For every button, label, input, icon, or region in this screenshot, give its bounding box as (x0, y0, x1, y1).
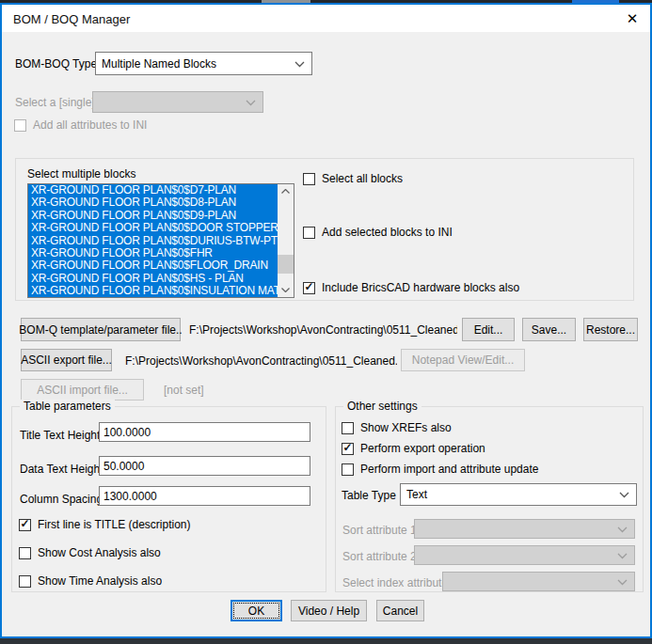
table-type-select[interactable]: Text (400, 483, 637, 506)
background-app-strip-bottom (0, 638, 652, 644)
blocks-list: XR-GROUND FLOOR PLAN$0$D7-PLAN XR-GROUND… (28, 184, 278, 297)
ascii-import-file-button: ASCII import file... (21, 379, 144, 401)
chevron-down-icon (619, 488, 629, 501)
import-file-status: [not set] (164, 384, 204, 397)
chevron-down-icon (617, 549, 628, 562)
bom-boq-type-label: BOM-BOQ Type (15, 57, 97, 71)
data-text-height-label: Data Text Height (20, 463, 103, 476)
select-all-blocks-row: Select all blocks (303, 172, 403, 185)
sort-attribute-1-select (414, 519, 635, 539)
perform-export-row: ✓ Perform export operation (342, 442, 485, 455)
select-index-attribute-select (442, 572, 635, 591)
select-all-blocks-checkbox[interactable] (303, 173, 315, 185)
scroll-up-icon[interactable] (278, 184, 294, 198)
title-text-height-input[interactable] (99, 422, 310, 442)
bom-boq-type-value: Multiple Named Blocks (102, 57, 216, 71)
first-line-title-checkbox[interactable]: ✓ (19, 519, 31, 531)
table-type-label: Table Type (342, 489, 396, 502)
video-help-button[interactable]: Video / Help (291, 600, 367, 621)
add-all-attributes-row: Add all attributes to INI (14, 118, 147, 132)
show-xrefs-row: Show XREFs also (342, 421, 452, 434)
list-item[interactable]: XR-GROUND FLOOR PLAN$0$DOOR STOPPER_TOP (28, 222, 278, 234)
scrollbar-thumb[interactable] (278, 255, 294, 274)
bomq-template-file-button[interactable]: BOM-Q template/parameter file.. (21, 318, 181, 341)
table-parameters-title: Table parameters (20, 400, 115, 413)
include-hardware-blocks-label: Include BricsCAD hardware blocks also (322, 281, 519, 294)
show-xrefs-label: Show XREFs also (360, 421, 452, 434)
list-item[interactable]: XR-GROUND FLOOR PLAN$0$FLOOR_DRAIN (28, 259, 278, 272)
include-hardware-blocks-row: ✓ Include BricsCAD hardware blocks also (303, 281, 519, 294)
close-icon[interactable]: ✕ (622, 9, 643, 28)
ascii-export-file-button[interactable]: ASCII export file... (21, 349, 112, 371)
other-settings-title: Other settings (343, 400, 421, 413)
save-button[interactable]: Save... (522, 318, 576, 341)
bom-boq-type-select[interactable]: Multiple Named Blocks (95, 52, 312, 75)
check-icon: ✓ (20, 518, 29, 529)
dialog-title: BOM / BOQ Manager (13, 12, 130, 26)
ok-button[interactable]: OK (231, 600, 282, 621)
list-item[interactable]: XR-GROUND FLOOR PLAN$0$DURIUS-BTW-PT (28, 235, 278, 247)
list-item[interactable]: XR-GROUND FLOOR PLAN$0$INSULATION MATERI… (28, 285, 278, 297)
cancel-button[interactable]: Cancel (376, 600, 424, 621)
check-icon: ✓ (304, 281, 313, 292)
chevron-down-icon (294, 57, 305, 71)
sort-attribute-2-label: Sort attribute 2 (342, 550, 417, 563)
perform-import-checkbox[interactable] (342, 463, 354, 476)
first-line-title-row: ✓ First line is TITLE (description) (19, 518, 191, 531)
show-time-analysis-label: Show Time Analysis also (38, 574, 162, 588)
select-multiple-blocks-label: Select multiple blocks (27, 167, 135, 181)
blocks-listbox[interactable]: XR-GROUND FLOOR PLAN$0$D7-PLAN XR-GROUND… (27, 183, 294, 298)
list-scrollbar[interactable] (278, 184, 294, 297)
list-item[interactable]: XR-GROUND FLOOR PLAN$0$D9-PLAN (28, 210, 278, 222)
chevron-down-icon (617, 575, 628, 589)
data-text-height-input[interactable] (99, 456, 310, 476)
perform-export-checkbox[interactable]: ✓ (342, 443, 354, 455)
add-selected-blocks-row: Add selected blocks to INI (303, 226, 453, 239)
notepad-view-edit-button: Notepad View/Edit... (401, 349, 525, 371)
list-item[interactable]: XR-GROUND FLOOR PLAN$0$HS - PLAN (28, 273, 278, 285)
export-file-path: F:\Projects\Workshop\AvonContracting\051… (125, 354, 397, 368)
chevron-down-icon (617, 523, 628, 536)
add-selected-blocks-checkbox[interactable] (303, 227, 315, 239)
restore-button[interactable]: Restore... (583, 318, 638, 341)
show-cost-analysis-label: Show Cost Analysis also (38, 546, 161, 559)
show-cost-analysis-checkbox[interactable] (19, 547, 31, 559)
first-line-title-label: First line is TITLE (description) (38, 518, 191, 531)
title-text-height-label: Title Text Height (20, 429, 100, 442)
show-time-analysis-checkbox[interactable] (19, 575, 31, 588)
column-spacing-label: Column Spacing (20, 493, 103, 506)
add-all-attributes-checkbox (14, 119, 26, 132)
list-item[interactable]: XR-GROUND FLOOR PLAN$0$D8-PLAN (28, 196, 278, 209)
edit-button[interactable]: Edit... (462, 318, 515, 341)
select-index-attribute-label: Select index attribute (342, 576, 448, 589)
list-item[interactable]: XR-GROUND FLOOR PLAN$0$FHR (28, 247, 278, 259)
show-time-analysis-row: Show Time Analysis also (19, 574, 162, 588)
add-selected-blocks-label: Add selected blocks to INI (322, 226, 453, 239)
sort-attribute-2-select (414, 545, 635, 565)
include-hardware-blocks-checkbox[interactable]: ✓ (303, 282, 315, 294)
list-item[interactable]: XR-GROUND FLOOR PLAN$0$D7-PLAN (28, 184, 278, 196)
scroll-down-icon[interactable] (278, 283, 294, 297)
table-type-value: Text (406, 488, 427, 501)
bom-boq-manager-dialog: BOM / BOQ Manager ✕ BOM-BOQ Type Multipl… (0, 3, 652, 638)
add-all-attributes-label: Add all attributes to INI (33, 118, 147, 132)
show-xrefs-checkbox[interactable] (342, 422, 354, 434)
template-file-path: F:\Projects\Workshop\AvonContracting\051… (189, 323, 457, 337)
select-all-blocks-label: Select all blocks (322, 172, 403, 185)
sort-attribute-1-label: Sort attribute 1 (342, 524, 417, 537)
check-icon: ✓ (342, 442, 352, 453)
single-block-select (92, 91, 263, 113)
perform-import-row: Perform import and attribute update (342, 463, 538, 476)
title-bar: BOM / BOQ Manager ✕ (2, 5, 650, 32)
show-cost-analysis-row: Show Cost Analysis also (19, 546, 161, 559)
perform-export-label: Perform export operation (360, 442, 485, 455)
column-spacing-input[interactable] (99, 486, 310, 506)
chevron-down-icon (246, 96, 256, 109)
perform-import-label: Perform import and attribute update (360, 463, 538, 476)
